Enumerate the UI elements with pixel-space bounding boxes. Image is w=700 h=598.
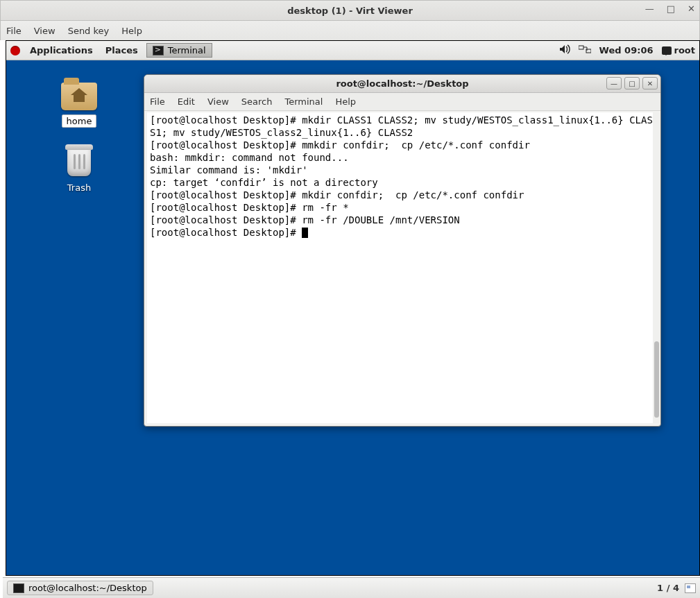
folder-icon [61, 83, 97, 110]
virt-titlebar: desktop (1) - Virt Viewer — □ ✕ [0, 0, 700, 21]
workspace-switcher-icon[interactable] [685, 583, 696, 593]
terminal-titlebar[interactable]: root@localhost:~/Desktop — □ ✕ [144, 75, 660, 93]
virt-menubar: File View Send key Help [0, 21, 700, 40]
terminal-icon [153, 46, 164, 55]
terminal-window-controls: — □ ✕ [606, 77, 658, 89]
redhat-icon [10, 46, 20, 55]
user-menu[interactable]: root [662, 45, 696, 55]
host-taskbar: root@localhost:~/Desktop 1 / 4 [3, 577, 700, 598]
workspace-indicator[interactable]: 1 / 4 [657, 583, 679, 593]
trashbin-icon [65, 144, 94, 178]
terminal-scrollbar[interactable] [653, 112, 660, 423]
terminal-minimize-button[interactable]: — [606, 77, 622, 89]
host-task-terminal[interactable]: root@localhost:~/Desktop [7, 581, 153, 595]
terminal-menu-help[interactable]: Help [335, 96, 356, 107]
virt-close-button[interactable]: ✕ [688, 3, 695, 14]
terminal-line: [root@localhost Desktop]# mmkdir confdir… [150, 139, 655, 151]
terminal-icon [13, 583, 24, 593]
trash-icon[interactable]: Trash [41, 144, 117, 194]
virt-menu-view[interactable]: View [34, 26, 56, 36]
volume-icon[interactable] [559, 44, 570, 56]
terminal-menu-file[interactable]: File [150, 96, 165, 107]
terminal-menubar: File Edit View Search Terminal Help [144, 93, 660, 111]
terminal-line: Similar command is: 'mkdir' [150, 164, 655, 176]
virt-menu-file[interactable]: File [6, 26, 22, 36]
terminal-menu-view[interactable]: View [207, 96, 229, 107]
terminal-line: [root@localhost Desktop]# rm -fr /DOUBLE… [150, 214, 655, 226]
clock[interactable]: Wed 09:06 [599, 45, 654, 55]
network-icon[interactable] [579, 44, 591, 56]
svg-rect-0 [579, 46, 583, 49]
home-folder-icon[interactable]: home [41, 83, 117, 128]
desktop-icons: home Trash [41, 83, 117, 210]
scrollbar-thumb[interactable] [654, 341, 659, 418]
terminal-line: [root@localhost Desktop]# [150, 226, 655, 239]
virt-maximize-button[interactable]: □ [667, 3, 675, 14]
terminal-cursor [302, 228, 308, 238]
places-menu[interactable]: Places [100, 42, 144, 58]
virt-title: desktop (1) - Virt Viewer [287, 6, 413, 16]
terminal-line: cp: target ‘confdir’ is not a directory [150, 176, 655, 189]
terminal-output[interactable]: [root@localhost Desktop]# mkdir CLASS1 C… [147, 112, 658, 423]
terminal-line: bash: mmkdir: command not found... [150, 151, 655, 164]
user-status-icon [662, 46, 672, 55]
host-taskbar-right: 1 / 4 [657, 583, 696, 593]
home-label: home [62, 114, 97, 128]
terminal-title: root@localhost:~/Desktop [336, 78, 468, 89]
host-task-label: root@localhost:~/Desktop [28, 583, 147, 593]
terminal-maximize-button[interactable]: □ [624, 77, 640, 89]
terminal-window[interactable]: root@localhost:~/Desktop — □ ✕ File Edit… [144, 74, 661, 427]
applications-menu[interactable]: Applications [24, 42, 99, 58]
terminal-menu-search[interactable]: Search [241, 96, 273, 107]
terminal-line: [root@localhost Desktop]# mkdir CLASS1 C… [150, 114, 655, 139]
virt-minimize-button[interactable]: — [645, 3, 654, 14]
terminal-menu-terminal[interactable]: Terminal [284, 96, 323, 107]
virt-menu-help[interactable]: Help [121, 26, 142, 36]
username-label: root [674, 45, 696, 55]
trash-label: Trash [63, 182, 95, 194]
taskbar-terminal-label: Terminal [168, 45, 206, 55]
terminal-line: [root@localhost Desktop]# rm -fr * [150, 201, 655, 214]
gnome-top-panel: Applications Places Terminal Wed 09:06 r… [6, 41, 699, 60]
terminal-menu-edit[interactable]: Edit [178, 96, 195, 107]
virt-window-controls: — □ ✕ [645, 3, 695, 14]
taskbar-terminal[interactable]: Terminal [146, 43, 212, 58]
virt-menu-sendkey[interactable]: Send key [68, 26, 110, 36]
vm-display[interactable]: Applications Places Terminal Wed 09:06 r… [6, 40, 700, 576]
system-tray: Wed 09:06 root [559, 44, 695, 56]
terminal-line: [root@localhost Desktop]# mkdir confdir;… [150, 189, 655, 201]
terminal-close-button[interactable]: ✕ [642, 77, 658, 89]
